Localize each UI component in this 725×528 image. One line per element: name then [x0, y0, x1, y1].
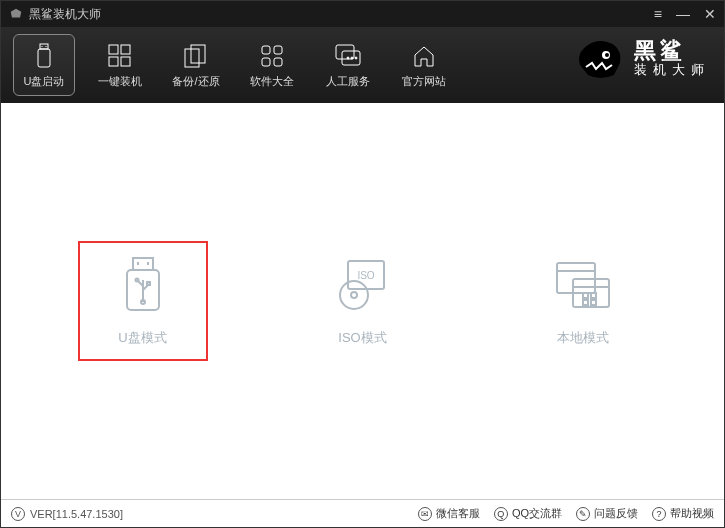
svg-point-32	[351, 292, 357, 298]
svg-point-17	[351, 57, 353, 59]
menu-icon[interactable]: ≡	[654, 6, 662, 22]
svg-rect-8	[185, 49, 199, 67]
svg-rect-39	[583, 300, 588, 305]
mode-local[interactable]: 本地模式	[518, 241, 648, 361]
main-area: U盘模式 ISO ISO模式 本地模式	[1, 103, 724, 499]
svg-rect-11	[274, 46, 282, 54]
apps-icon	[258, 42, 286, 70]
svg-rect-0	[38, 49, 50, 67]
windows-icon	[106, 42, 134, 70]
svg-point-18	[355, 57, 357, 59]
header: U盘启动 一键装机 备份/还原 软件大全 人工服务	[1, 27, 724, 103]
shark-logo-icon	[574, 35, 626, 81]
footer-link-label: 微信客服	[436, 506, 480, 521]
footer-feedback[interactable]: ✎ 问题反馈	[576, 506, 638, 521]
chat-icon	[334, 42, 362, 70]
mode-iso[interactable]: ISO ISO模式	[298, 241, 428, 361]
footer: V VER[11.5.47.1530] ✉ 微信客服 Q QQ交流群 ✎ 问题反…	[1, 499, 724, 527]
help-icon: ?	[652, 507, 666, 521]
brand-line1: 黑鲨	[634, 39, 710, 63]
nav-website[interactable]: 官方网站	[393, 34, 455, 96]
nav-backup[interactable]: 备份/还原	[165, 34, 227, 96]
qq-icon: Q	[494, 507, 508, 521]
svg-rect-1	[40, 44, 48, 49]
wechat-icon: ✉	[418, 507, 432, 521]
nav-label: 官方网站	[402, 74, 446, 89]
brand: 黑鲨 装机大师	[574, 35, 710, 81]
svg-rect-4	[109, 45, 118, 54]
version-text: VER[11.5.47.1530]	[30, 508, 123, 520]
svg-rect-38	[591, 293, 596, 298]
svg-rect-37	[583, 293, 588, 298]
nav-usb-boot[interactable]: U盘启动	[13, 34, 75, 96]
mode-label: ISO模式	[338, 329, 386, 347]
usb-icon	[30, 42, 58, 70]
svg-point-31	[340, 281, 368, 309]
minimize-button[interactable]: —	[676, 6, 690, 22]
footer-link-label: QQ交流群	[512, 506, 562, 521]
svg-rect-5	[121, 45, 130, 54]
svg-point-16	[347, 57, 349, 59]
close-button[interactable]: ✕	[704, 6, 716, 22]
footer-help[interactable]: ? 帮助视频	[652, 506, 714, 521]
nav-software[interactable]: 软件大全	[241, 34, 303, 96]
svg-rect-6	[109, 57, 118, 66]
nav-label: 人工服务	[326, 74, 370, 89]
nav-label: 软件大全	[250, 74, 294, 89]
nav-service[interactable]: 人工服务	[317, 34, 379, 96]
svg-rect-22	[133, 258, 153, 270]
mode-usb[interactable]: U盘模式	[78, 241, 208, 361]
svg-text:ISO: ISO	[357, 270, 374, 281]
nav-label: 一键装机	[98, 74, 142, 89]
svg-point-27	[135, 279, 138, 282]
svg-rect-7	[121, 57, 130, 66]
nav-label: U盘启动	[24, 74, 65, 89]
svg-rect-12	[262, 58, 270, 66]
local-mode-icon	[553, 255, 613, 315]
version-icon: V	[11, 507, 25, 521]
feedback-icon: ✎	[576, 507, 590, 521]
footer-link-label: 帮助视频	[670, 506, 714, 521]
mode-label: U盘模式	[118, 329, 166, 347]
iso-mode-icon: ISO	[333, 255, 393, 315]
app-icon	[9, 7, 23, 21]
titlebar: 黑鲨装机大师 ≡ — ✕	[1, 1, 724, 27]
footer-link-label: 问题反馈	[594, 506, 638, 521]
usb-mode-icon	[113, 255, 173, 315]
footer-qq[interactable]: Q QQ交流群	[494, 506, 562, 521]
svg-rect-40	[591, 300, 596, 305]
backup-icon	[182, 42, 210, 70]
mode-label: 本地模式	[557, 329, 609, 347]
svg-rect-13	[274, 58, 282, 66]
svg-rect-10	[262, 46, 270, 54]
svg-rect-9	[191, 45, 205, 63]
nav-one-key[interactable]: 一键装机	[89, 34, 151, 96]
nav-label: 备份/还原	[172, 74, 219, 89]
app-title: 黑鲨装机大师	[29, 6, 101, 23]
brand-line2: 装机大师	[634, 63, 710, 77]
footer-wechat[interactable]: ✉ 微信客服	[418, 506, 480, 521]
svg-point-20	[605, 53, 609, 57]
nav: U盘启动 一键装机 备份/还原 软件大全 人工服务	[13, 34, 455, 96]
home-icon	[410, 42, 438, 70]
